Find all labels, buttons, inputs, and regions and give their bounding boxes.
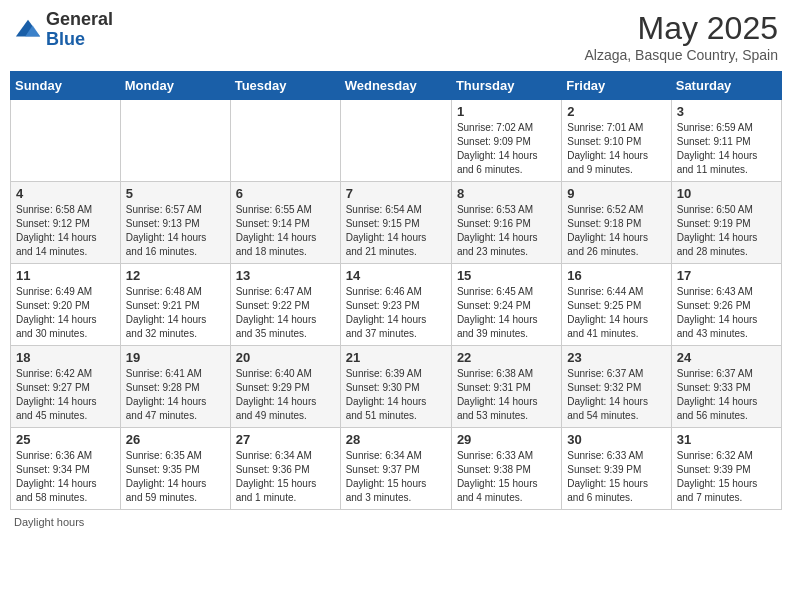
day-number: 14 <box>346 268 446 283</box>
day-number: 27 <box>236 432 335 447</box>
day-info: Sunrise: 6:33 AM Sunset: 9:38 PM Dayligh… <box>457 449 556 505</box>
day-info: Sunrise: 6:41 AM Sunset: 9:28 PM Dayligh… <box>126 367 225 423</box>
calendar-cell: 28Sunrise: 6:34 AM Sunset: 9:37 PM Dayli… <box>340 428 451 510</box>
daylight-hours-label: Daylight hours <box>14 516 84 528</box>
day-number: 24 <box>677 350 776 365</box>
day-info: Sunrise: 6:39 AM Sunset: 9:30 PM Dayligh… <box>346 367 446 423</box>
logo-icon <box>14 16 42 44</box>
col-header-tuesday: Tuesday <box>230 72 340 100</box>
calendar-cell: 2Sunrise: 7:01 AM Sunset: 9:10 PM Daylig… <box>562 100 671 182</box>
calendar-cell: 15Sunrise: 6:45 AM Sunset: 9:24 PM Dayli… <box>451 264 561 346</box>
day-number: 3 <box>677 104 776 119</box>
calendar-cell: 13Sunrise: 6:47 AM Sunset: 9:22 PM Dayli… <box>230 264 340 346</box>
calendar-cell: 20Sunrise: 6:40 AM Sunset: 9:29 PM Dayli… <box>230 346 340 428</box>
day-number: 9 <box>567 186 665 201</box>
day-info: Sunrise: 7:01 AM Sunset: 9:10 PM Dayligh… <box>567 121 665 177</box>
day-number: 11 <box>16 268 115 283</box>
calendar-cell: 16Sunrise: 6:44 AM Sunset: 9:25 PM Dayli… <box>562 264 671 346</box>
calendar-cell: 25Sunrise: 6:36 AM Sunset: 9:34 PM Dayli… <box>11 428 121 510</box>
calendar-cell: 14Sunrise: 6:46 AM Sunset: 9:23 PM Dayli… <box>340 264 451 346</box>
calendar-cell <box>120 100 230 182</box>
day-info: Sunrise: 6:37 AM Sunset: 9:33 PM Dayligh… <box>677 367 776 423</box>
calendar-cell: 24Sunrise: 6:37 AM Sunset: 9:33 PM Dayli… <box>671 346 781 428</box>
col-header-thursday: Thursday <box>451 72 561 100</box>
logo-blue-text: Blue <box>46 30 113 50</box>
calendar-cell: 29Sunrise: 6:33 AM Sunset: 9:38 PM Dayli… <box>451 428 561 510</box>
calendar-cell: 17Sunrise: 6:43 AM Sunset: 9:26 PM Dayli… <box>671 264 781 346</box>
day-number: 18 <box>16 350 115 365</box>
calendar-week-row: 11Sunrise: 6:49 AM Sunset: 9:20 PM Dayli… <box>11 264 782 346</box>
footer: Daylight hours <box>10 516 782 528</box>
col-header-wednesday: Wednesday <box>340 72 451 100</box>
calendar-table: SundayMondayTuesdayWednesdayThursdayFrid… <box>10 71 782 510</box>
day-info: Sunrise: 6:42 AM Sunset: 9:27 PM Dayligh… <box>16 367 115 423</box>
day-info: Sunrise: 6:35 AM Sunset: 9:35 PM Dayligh… <box>126 449 225 505</box>
calendar-week-row: 18Sunrise: 6:42 AM Sunset: 9:27 PM Dayli… <box>11 346 782 428</box>
calendar-week-row: 25Sunrise: 6:36 AM Sunset: 9:34 PM Dayli… <box>11 428 782 510</box>
calendar-cell: 23Sunrise: 6:37 AM Sunset: 9:32 PM Dayli… <box>562 346 671 428</box>
day-info: Sunrise: 6:34 AM Sunset: 9:36 PM Dayligh… <box>236 449 335 505</box>
day-info: Sunrise: 6:43 AM Sunset: 9:26 PM Dayligh… <box>677 285 776 341</box>
day-number: 21 <box>346 350 446 365</box>
day-info: Sunrise: 6:34 AM Sunset: 9:37 PM Dayligh… <box>346 449 446 505</box>
day-info: Sunrise: 6:45 AM Sunset: 9:24 PM Dayligh… <box>457 285 556 341</box>
day-number: 13 <box>236 268 335 283</box>
location: Alzaga, Basque Country, Spain <box>584 47 778 63</box>
calendar-cell: 6Sunrise: 6:55 AM Sunset: 9:14 PM Daylig… <box>230 182 340 264</box>
calendar-week-row: 4Sunrise: 6:58 AM Sunset: 9:12 PM Daylig… <box>11 182 782 264</box>
calendar-cell <box>340 100 451 182</box>
col-header-monday: Monday <box>120 72 230 100</box>
day-number: 7 <box>346 186 446 201</box>
day-info: Sunrise: 6:44 AM Sunset: 9:25 PM Dayligh… <box>567 285 665 341</box>
day-info: Sunrise: 6:52 AM Sunset: 9:18 PM Dayligh… <box>567 203 665 259</box>
calendar-cell: 21Sunrise: 6:39 AM Sunset: 9:30 PM Dayli… <box>340 346 451 428</box>
calendar-cell <box>230 100 340 182</box>
day-info: Sunrise: 6:50 AM Sunset: 9:19 PM Dayligh… <box>677 203 776 259</box>
calendar-cell: 31Sunrise: 6:32 AM Sunset: 9:39 PM Dayli… <box>671 428 781 510</box>
calendar-cell: 26Sunrise: 6:35 AM Sunset: 9:35 PM Dayli… <box>120 428 230 510</box>
day-info: Sunrise: 6:53 AM Sunset: 9:16 PM Dayligh… <box>457 203 556 259</box>
day-info: Sunrise: 6:54 AM Sunset: 9:15 PM Dayligh… <box>346 203 446 259</box>
calendar-cell: 8Sunrise: 6:53 AM Sunset: 9:16 PM Daylig… <box>451 182 561 264</box>
day-number: 17 <box>677 268 776 283</box>
day-info: Sunrise: 6:38 AM Sunset: 9:31 PM Dayligh… <box>457 367 556 423</box>
day-number: 8 <box>457 186 556 201</box>
day-info: Sunrise: 6:46 AM Sunset: 9:23 PM Dayligh… <box>346 285 446 341</box>
day-info: Sunrise: 6:59 AM Sunset: 9:11 PM Dayligh… <box>677 121 776 177</box>
day-number: 20 <box>236 350 335 365</box>
calendar-cell: 12Sunrise: 6:48 AM Sunset: 9:21 PM Dayli… <box>120 264 230 346</box>
day-number: 15 <box>457 268 556 283</box>
day-number: 25 <box>16 432 115 447</box>
col-header-saturday: Saturday <box>671 72 781 100</box>
calendar-cell: 7Sunrise: 6:54 AM Sunset: 9:15 PM Daylig… <box>340 182 451 264</box>
month-title: May 2025 <box>584 10 778 47</box>
day-number: 1 <box>457 104 556 119</box>
day-info: Sunrise: 6:58 AM Sunset: 9:12 PM Dayligh… <box>16 203 115 259</box>
day-number: 12 <box>126 268 225 283</box>
day-info: Sunrise: 6:49 AM Sunset: 9:20 PM Dayligh… <box>16 285 115 341</box>
day-info: Sunrise: 6:36 AM Sunset: 9:34 PM Dayligh… <box>16 449 115 505</box>
day-number: 2 <box>567 104 665 119</box>
title-area: May 2025 Alzaga, Basque Country, Spain <box>584 10 778 63</box>
calendar-cell: 3Sunrise: 6:59 AM Sunset: 9:11 PM Daylig… <box>671 100 781 182</box>
calendar-cell: 1Sunrise: 7:02 AM Sunset: 9:09 PM Daylig… <box>451 100 561 182</box>
calendar-cell: 18Sunrise: 6:42 AM Sunset: 9:27 PM Dayli… <box>11 346 121 428</box>
calendar-cell: 11Sunrise: 6:49 AM Sunset: 9:20 PM Dayli… <box>11 264 121 346</box>
day-info: Sunrise: 6:32 AM Sunset: 9:39 PM Dayligh… <box>677 449 776 505</box>
day-number: 23 <box>567 350 665 365</box>
day-number: 19 <box>126 350 225 365</box>
calendar-cell: 5Sunrise: 6:57 AM Sunset: 9:13 PM Daylig… <box>120 182 230 264</box>
day-number: 5 <box>126 186 225 201</box>
calendar-cell: 4Sunrise: 6:58 AM Sunset: 9:12 PM Daylig… <box>11 182 121 264</box>
calendar-cell: 22Sunrise: 6:38 AM Sunset: 9:31 PM Dayli… <box>451 346 561 428</box>
calendar-cell: 10Sunrise: 6:50 AM Sunset: 9:19 PM Dayli… <box>671 182 781 264</box>
day-info: Sunrise: 6:47 AM Sunset: 9:22 PM Dayligh… <box>236 285 335 341</box>
day-number: 22 <box>457 350 556 365</box>
day-info: Sunrise: 7:02 AM Sunset: 9:09 PM Dayligh… <box>457 121 556 177</box>
calendar-cell: 9Sunrise: 6:52 AM Sunset: 9:18 PM Daylig… <box>562 182 671 264</box>
day-info: Sunrise: 6:57 AM Sunset: 9:13 PM Dayligh… <box>126 203 225 259</box>
col-header-sunday: Sunday <box>11 72 121 100</box>
day-number: 30 <box>567 432 665 447</box>
calendar-header-row: SundayMondayTuesdayWednesdayThursdayFrid… <box>11 72 782 100</box>
day-info: Sunrise: 6:48 AM Sunset: 9:21 PM Dayligh… <box>126 285 225 341</box>
